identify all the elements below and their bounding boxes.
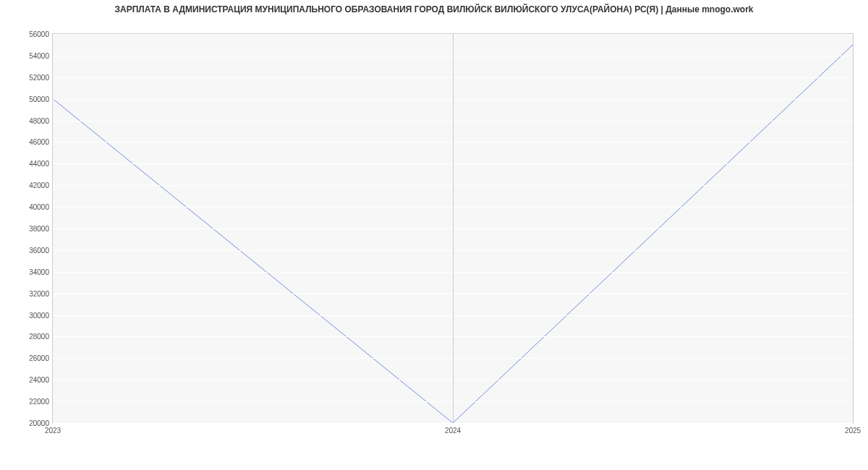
- y-axis-tick-label: 40000: [6, 203, 49, 211]
- grid-line-h: [53, 423, 853, 424]
- y-axis-tick-label: 24000: [6, 376, 49, 384]
- y-axis-tick-label: 44000: [6, 160, 49, 168]
- y-axis-tick-label: 20000: [6, 419, 49, 427]
- y-axis-tick-label: 38000: [6, 225, 49, 233]
- y-axis-tick-label: 30000: [6, 311, 49, 319]
- grid-line-v: [453, 34, 454, 423]
- x-axis-tick-label: 2025: [845, 427, 861, 435]
- chart-title: ЗАРПЛАТА В АДМИНИСТРАЦИЯ МУНИЦИПАЛЬНОГО …: [0, 4, 868, 14]
- plot-area: [52, 33, 854, 424]
- y-axis-tick-label: 54000: [6, 51, 49, 59]
- y-axis-tick-label: 46000: [6, 138, 49, 146]
- y-axis-tick-label: 36000: [6, 246, 49, 254]
- y-axis-tick-label: 52000: [6, 73, 49, 81]
- y-axis-tick-label: 48000: [6, 116, 49, 124]
- chart-container: ЗАРПЛАТА В АДМИНИСТРАЦИЯ МУНИЦИПАЛЬНОГО …: [0, 0, 868, 470]
- y-axis-tick-label: 22000: [6, 398, 49, 406]
- y-axis-tick-label: 32000: [6, 289, 49, 297]
- x-axis-tick-label: 2023: [45, 427, 61, 435]
- y-axis-tick-label: 56000: [6, 30, 49, 38]
- x-axis-tick-label: 2024: [445, 427, 461, 435]
- y-axis-tick-label: 50000: [6, 95, 49, 103]
- y-axis-tick-label: 42000: [6, 181, 49, 189]
- y-axis-tick-label: 28000: [6, 333, 49, 341]
- y-axis-tick-label: 26000: [6, 354, 49, 362]
- y-axis-tick-label: 34000: [6, 268, 49, 275]
